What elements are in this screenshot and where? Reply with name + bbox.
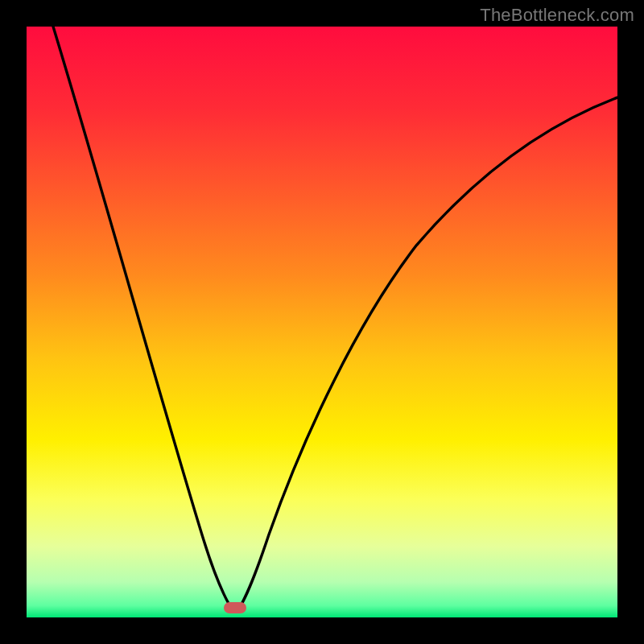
optimum-marker <box>224 602 246 613</box>
plot-area <box>27 27 617 617</box>
chart-frame: TheBottleneck.com <box>0 0 644 644</box>
bottleneck-curve <box>53 27 617 612</box>
watermark-text: TheBottleneck.com <box>480 5 634 26</box>
curve-layer <box>27 27 617 617</box>
